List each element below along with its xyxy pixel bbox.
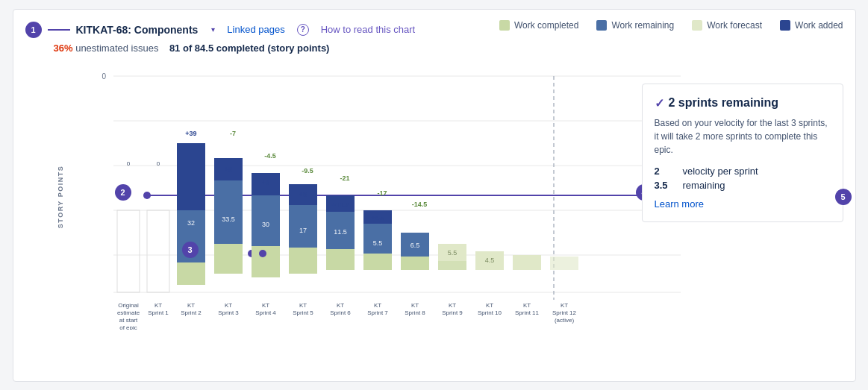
svg-text:Sprint 10: Sprint 10 [477,309,502,316]
svg-text:KT: KT [485,302,493,309]
how-to-link[interactable]: How to read this chart [321,24,415,35]
svg-text:-7: -7 [229,130,235,137]
svg-text:-14.5: -14.5 [411,201,427,208]
svg-text:KT: KT [187,302,194,309]
svg-text:+8: +8 [299,191,306,198]
legend-work-added: Work added [780,20,843,31]
svg-rect-18 [147,210,169,292]
svg-rect-76 [438,261,466,270]
learn-more-link[interactable]: Learn more [655,198,831,210]
svg-text:Sprint 2: Sprint 2 [181,309,202,316]
step-3-circle: 3 [182,242,199,258]
connector-line [48,28,70,31]
svg-text:at start: at start [119,317,137,324]
svg-text:KT: KT [261,302,269,309]
legend-work-forecast: Work forecast [692,20,762,31]
dropdown-arrow[interactable]: ▾ [211,25,215,34]
svg-text:Sprint 3: Sprint 3 [218,309,239,316]
svg-text:0: 0 [156,160,160,167]
completed-label: 81 of 84.5 completed (story points) [169,43,330,54]
step-1-circle: 1 [25,22,42,38]
svg-rect-55 [326,249,355,270]
step-2-circle: 2 [115,184,131,201]
svg-text:0: 0 [126,160,130,167]
callout-title-text: 2 sprints remaining [669,96,779,110]
legend-work-remaining: Work remaining [596,20,674,31]
svg-rect-47 [289,248,317,274]
y-axis-container: STORY POINTS [54,61,69,333]
svg-rect-12 [117,210,140,292]
callout-stat-velocity: 2 velocity per sprint [655,166,831,177]
legend-box-added [780,20,790,31]
svg-rect-31 [214,244,243,274]
linked-pages-link[interactable]: Linked pages [227,24,284,35]
svg-text:+8.5: +8.5 [371,214,384,221]
svg-rect-24 [177,262,205,285]
chart-container: STORY POINTS 0 [54,61,843,333]
remaining-label: remaining [683,180,725,191]
svg-text:KT: KT [373,302,381,309]
svg-rect-70 [401,257,429,270]
svg-text:estimate: estimate [116,309,140,316]
svg-text:11.5: 11.5 [334,228,347,236]
svg-text:KT: KT [522,302,530,309]
svg-text:+39: +39 [185,130,196,137]
velocity-value: 2 [655,166,677,177]
svg-text:KT: KT [224,302,231,309]
remaining-value: 3.5 [655,180,677,191]
callout-panel: ✓ 2 sprints remaining Based on your velo… [681,61,843,333]
svg-point-93 [259,250,266,257]
svg-text:KT: KT [336,302,343,309]
svg-text:0: 0 [102,72,106,81]
svg-rect-87 [550,257,578,270]
callout-title: ✓ 2 sprints remaining [655,96,831,110]
legend-label-added: Work added [795,20,843,31]
svg-text:(active): (active) [554,317,574,324]
svg-text:Sprint 8: Sprint 8 [405,309,425,316]
svg-text:Sprint 12: Sprint 12 [552,309,576,316]
svg-text:KT: KT [448,302,455,309]
svg-text:-21: -21 [340,174,349,182]
unestimated-label: unestimated issues [75,43,158,54]
epic-title-link[interactable]: KITKAT-68: Components [76,24,199,36]
info-icon[interactable]: ? [297,24,309,36]
svg-text:-4.5: -4.5 [264,152,276,160]
svg-rect-84 [513,255,541,270]
check-icon: ✓ [655,96,664,110]
svg-text:5.5: 5.5 [447,249,457,257]
svg-text:-9.5: -9.5 [302,167,313,174]
svg-text:Sprint 6: Sprint 6 [330,309,351,316]
svg-text:4.5: 4.5 [484,257,494,264]
legend-box-completed [499,20,510,31]
callout-desc: Based on your velocity for the last 3 sp… [655,116,831,157]
svg-text:Sprint 4: Sprint 4 [255,309,276,316]
svg-text:KT: KT [410,302,418,309]
velocity-label: velocity per sprint [683,166,758,177]
legend-label-remaining: Work remaining [611,20,674,31]
svg-text:KT: KT [154,302,161,309]
svg-text:Original: Original [118,302,139,309]
subtitle-row: 36% unestimated issues 81 of 84.5 comple… [25,43,843,54]
legend-box-remaining [596,20,607,31]
unestimated-pct: 36% [54,43,73,54]
svg-text:32: 32 [187,219,194,227]
svg-point-10 [143,192,151,199]
svg-rect-39 [252,246,280,277]
step-5-circle: 5 [835,189,852,205]
svg-text:-17: -17 [377,189,387,197]
svg-text:+6: +6 [224,166,231,173]
svg-rect-63 [363,254,392,270]
svg-text:6.5: 6.5 [410,242,419,249]
svg-text:+6: +6 [261,179,269,186]
svg-text:of epic: of epic [119,324,137,330]
svg-text:30: 30 [261,221,269,228]
legend-box-forecast [692,20,702,31]
svg-text:Sprint 11: Sprint 11 [514,309,539,316]
svg-text:KT: KT [299,302,306,309]
svg-text:17: 17 [299,227,306,234]
legend: Work completed Work remaining Work forec… [499,20,843,31]
svg-text:KT: KT [560,302,567,309]
svg-text:33.5: 33.5 [222,216,235,223]
y-axis-label: STORY POINTS [57,165,65,227]
legend-work-completed: Work completed [499,20,578,31]
